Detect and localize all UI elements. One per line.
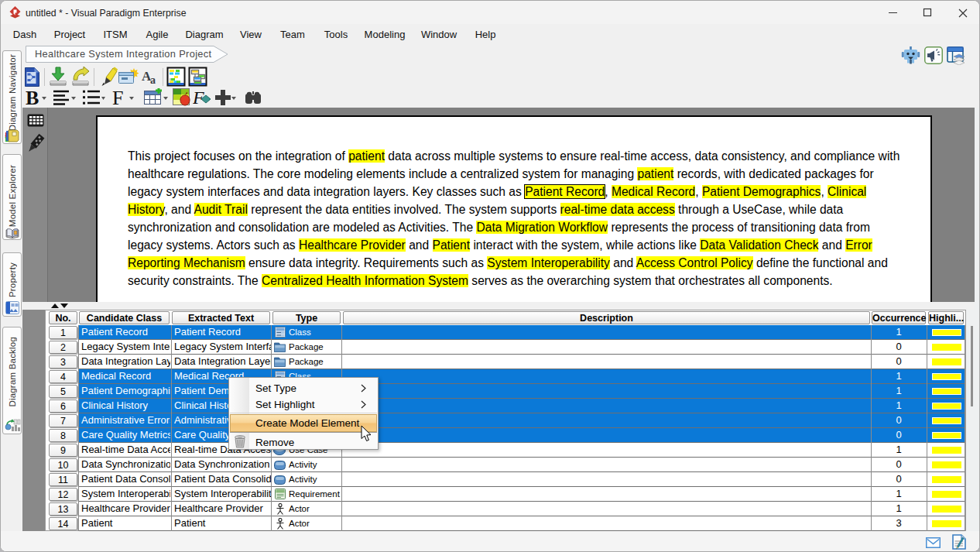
svg-text:B: B — [26, 88, 39, 108]
svg-text:a: a — [150, 74, 156, 86]
svg-text:F: F — [112, 88, 123, 108]
